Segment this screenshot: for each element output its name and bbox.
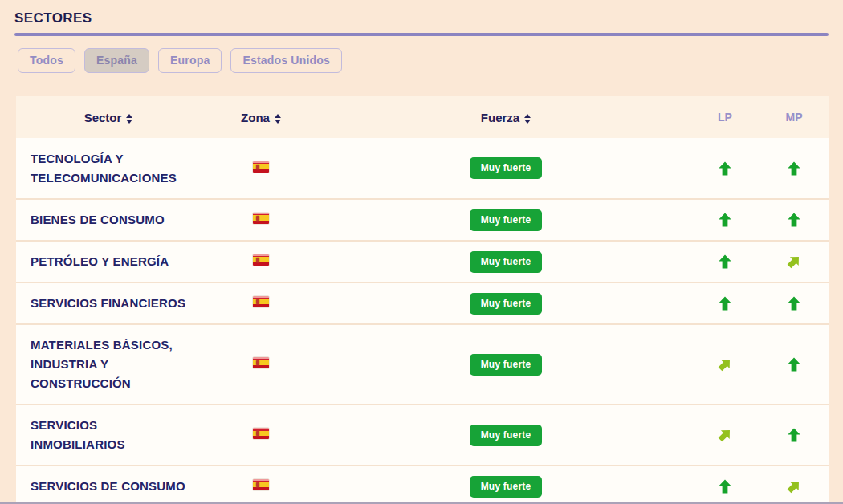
table-row[interactable]: TECNOLOGÍA Y TELECOMUNICACIONES Muy fuer… [16,138,829,199]
mp-trend-cell [760,324,829,404]
table-row[interactable]: MATERIALES BÁSICOS, INDUSTRIA Y CONSTRUC… [16,324,829,404]
spain-flag-icon [253,161,269,173]
strength-badge: Muy fuerte [470,476,543,498]
table-header-row: Sector Zona Fuerza LP MP [16,96,829,138]
sort-icon [126,114,132,124]
column-header-sector[interactable]: Sector [16,96,201,138]
column-header-fuerza-label: Fuerza [481,111,519,124]
sector-name: SERVICIOS DE CONSUMO [31,477,186,496]
lp-trend-cell [690,324,760,404]
spain-flag-icon [253,296,269,307]
table-row[interactable]: SERVICIOS DE CONSUMO Muy fuerte [16,465,829,504]
trend-up-icon [718,254,732,269]
column-header-fuerza[interactable]: Fuerza [321,96,690,138]
sectors-table-card: Sector Zona Fuerza LP MP TECNOLOGÍA Y TE… [16,96,829,504]
trend-up-right-icon [718,428,732,442]
trend-up-right-icon [718,357,732,372]
table-row[interactable]: BIENES DE CONSUMO Muy fuerte [16,199,829,241]
title-underline [14,33,829,36]
table-row[interactable]: PETRÓLEO Y ENERGÍA Muy fuerte [16,241,829,282]
sector-name: BIENES DE CONSUMO [31,210,186,230]
strength-badge: Muy fuerte [470,425,543,446]
trend-up-icon [787,296,801,311]
flag-emblem [256,360,259,365]
spain-flag-icon [253,213,269,224]
column-header-zona[interactable]: Zona [201,96,321,138]
trend-up-icon [718,161,732,176]
spain-flag-icon [253,254,269,266]
sort-icon [524,114,531,124]
mp-trend-cell [760,465,829,504]
flag-emblem [256,165,259,169]
flag-emblem [256,482,259,487]
mp-trend-cell [760,138,829,199]
trend-up-icon [718,296,732,311]
strength-badge: Muy fuerte [470,251,543,273]
table-row[interactable]: SERVICIOS INMOBILIARIOS Muy fuerte [16,404,829,465]
filter-button-todos[interactable]: Todos [18,48,75,73]
table-row[interactable]: SERVICIOS FINANCIEROS Muy fuerte [16,282,829,324]
column-header-lp: LP [690,96,760,138]
lp-trend-cell [690,404,760,465]
mp-trend-cell [760,241,829,282]
spain-flag-icon [253,428,269,439]
spain-flag-icon [253,357,269,368]
trend-up-icon [787,428,801,442]
filter-button-espana[interactable]: España [84,48,149,73]
zone-filter-group: Todos España Europa Estados Unidos [18,48,829,73]
strength-badge: Muy fuerte [470,157,543,179]
strength-badge: Muy fuerte [470,209,543,231]
mp-trend-cell [760,282,829,324]
lp-trend-cell [690,241,760,282]
sector-table-body: TECNOLOGÍA Y TELECOMUNICACIONES Muy fuer… [16,138,829,504]
lp-trend-cell [690,138,760,199]
lp-trend-cell [690,199,760,241]
sectors-table: Sector Zona Fuerza LP MP TECNOLOGÍA Y TE… [16,96,829,504]
sector-name: MATERIALES BÁSICOS, INDUSTRIA Y CONSTRUC… [31,335,186,393]
trend-up-icon [718,213,732,227]
trend-up-icon [718,479,732,494]
trend-up-right-icon [787,479,801,494]
trend-up-icon [787,161,801,176]
mp-trend-cell [760,199,829,241]
strength-badge: Muy fuerte [470,354,543,376]
page-title: SECTORES [14,0,829,26]
lp-trend-cell [690,282,760,324]
flag-emblem [256,299,259,304]
trend-up-icon [787,357,801,372]
flag-emblem [256,216,259,221]
sort-icon [275,114,281,124]
filter-button-europa[interactable]: Europa [158,48,222,73]
sector-name: SERVICIOS FINANCIEROS [31,294,186,313]
spain-flag-icon [253,479,269,490]
sector-name: TECNOLOGÍA Y TELECOMUNICACIONES [31,149,186,188]
flag-emblem [256,258,259,262]
column-header-zona-label: Zona [241,111,270,124]
trend-up-right-icon [787,254,801,269]
mp-trend-cell [760,404,829,465]
column-header-sector-label: Sector [84,111,122,124]
flag-emblem [256,431,259,436]
sector-name: PETRÓLEO Y ENERGÍA [31,252,186,271]
filter-button-estados-unidos[interactable]: Estados Unidos [230,48,342,73]
column-header-mp: MP [760,96,829,138]
sector-name: SERVICIOS INMOBILIARIOS [31,416,186,454]
strength-badge: Muy fuerte [470,293,543,315]
trend-up-icon [787,213,801,227]
lp-trend-cell [690,465,760,504]
